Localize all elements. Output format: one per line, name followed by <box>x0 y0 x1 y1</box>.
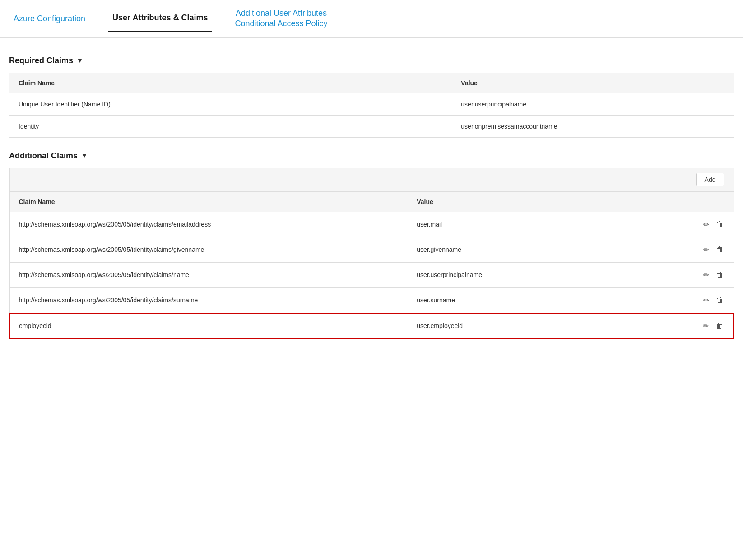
additional-claims-chevron: ▼ <box>81 152 88 159</box>
table-row: employeeid user.employeeid ✏ 🗑 <box>9 313 734 339</box>
required-claims-col-name: Claim Name <box>9 73 452 93</box>
claim-value-cell: user.givenname <box>408 237 661 262</box>
delete-button[interactable]: 🗑 <box>715 295 724 305</box>
tab-additional-user-attributes[interactable]: Additional User Attributes Conditional A… <box>230 0 332 37</box>
additional-claims-header[interactable]: Additional Claims ▼ <box>9 151 734 161</box>
table-row: http://schemas.xmlsoap.org/ws/2005/05/id… <box>9 287 734 313</box>
required-claims-header[interactable]: Required Claims ▼ <box>9 56 734 65</box>
table-row: http://schemas.xmlsoap.org/ws/2005/05/id… <box>9 212 734 237</box>
claim-value-cell: user.mail <box>408 212 661 237</box>
table-row: http://schemas.xmlsoap.org/ws/2005/05/id… <box>9 237 734 262</box>
add-toolbar: Add <box>10 168 734 191</box>
edit-button[interactable]: ✏ <box>702 219 710 230</box>
claim-value-cell: user.userprincipalname <box>452 93 734 115</box>
table-row: Identity user.onpremisessamaccountname <box>9 115 734 137</box>
tab-azure-config[interactable]: Azure Configuration <box>9 6 90 32</box>
claim-value-cell: user.onpremisessamaccountname <box>452 115 734 137</box>
table-row: Unique User Identifier (Name ID) user.us… <box>9 93 734 115</box>
action-cell: ✏ 🗑 <box>661 262 734 287</box>
nav-tabs: Azure Configuration User Attributes & Cl… <box>0 0 743 38</box>
delete-button[interactable]: 🗑 <box>715 219 724 229</box>
edit-button[interactable]: ✏ <box>702 245 710 255</box>
required-claims-table: Claim Name Value Unique User Identifier … <box>9 73 734 138</box>
edit-button[interactable]: ✏ <box>702 295 710 305</box>
claim-name-cell: http://schemas.xmlsoap.org/ws/2005/05/id… <box>9 237 408 262</box>
additional-claims-title: Additional Claims <box>9 151 78 161</box>
claim-name-cell: http://schemas.xmlsoap.org/ws/2005/05/id… <box>9 262 408 287</box>
additional-claims-table: Add Claim Name Value http://schemas.xmls… <box>9 168 734 339</box>
action-cell: ✏ 🗑 <box>661 237 734 262</box>
action-cell: ✏ 🗑 <box>661 212 734 237</box>
edit-button[interactable]: ✏ <box>702 270 710 280</box>
table-row: http://schemas.xmlsoap.org/ws/2005/05/id… <box>9 262 734 287</box>
add-claim-button[interactable]: Add <box>696 173 724 186</box>
edit-button[interactable]: ✏ <box>702 321 710 331</box>
claim-name-cell: employeeid <box>9 313 408 339</box>
page-container: Azure Configuration User Attributes & Cl… <box>0 0 743 362</box>
tab-user-attributes[interactable]: User Attributes & Claims <box>108 5 212 32</box>
claim-value-cell: user.surname <box>408 287 661 313</box>
claim-name-cell: http://schemas.xmlsoap.org/ws/2005/05/id… <box>9 212 408 237</box>
claim-value-cell: user.employeeid <box>408 313 661 339</box>
action-cell: ✏ 🗑 <box>661 313 734 339</box>
required-claims-chevron: ▼ <box>77 57 83 64</box>
claim-name-cell: Identity <box>9 115 452 137</box>
claim-name-cell: Unique User Identifier (Name ID) <box>9 93 452 115</box>
delete-button[interactable]: 🗑 <box>715 270 724 280</box>
delete-button[interactable]: 🗑 <box>715 321 724 331</box>
required-claims-col-value: Value <box>452 73 734 93</box>
claim-value-cell: user.userprincipalname <box>408 262 661 287</box>
action-cell: ✏ 🗑 <box>661 287 734 313</box>
main-content: Required Claims ▼ Claim Name Value Uniqu… <box>0 38 743 362</box>
required-claims-title: Required Claims <box>9 56 73 65</box>
claim-name-cell: http://schemas.xmlsoap.org/ws/2005/05/id… <box>9 287 408 313</box>
delete-button[interactable]: 🗑 <box>715 245 724 255</box>
additional-claims-col-actions <box>661 191 734 212</box>
additional-claims-col-value: Value <box>408 191 661 212</box>
additional-claims-col-name: Claim Name <box>9 191 408 212</box>
